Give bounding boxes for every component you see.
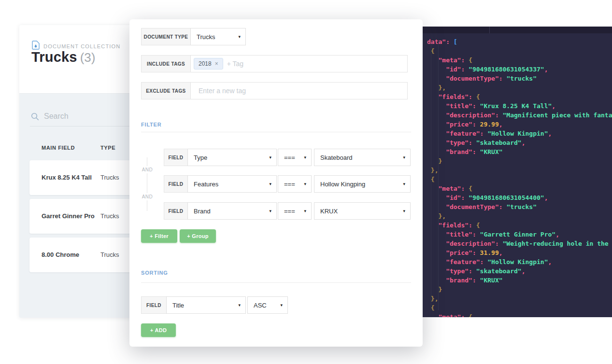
filter-value-select[interactable]: KRUX ▾: [314, 202, 411, 220]
sorting-section-title: SORTING: [141, 270, 168, 276]
code-line: "brand": "KRUX": [427, 276, 612, 285]
code-line: }: [427, 156, 612, 166]
code-line: "documentType": "trucks": [427, 74, 612, 83]
filter-row: FIELD Brand ▾ === ▾ KRUX ▾: [164, 202, 411, 220]
column-header-type: TYPE: [100, 145, 115, 151]
filter-value: KRUX: [320, 208, 338, 215]
filter-operator-select[interactable]: === ▾: [278, 175, 312, 193]
page-title: Trucks: [31, 49, 77, 65]
chevron-down-icon: ▾: [304, 209, 306, 213]
filter-field-value: Brand: [194, 208, 211, 215]
filter-row: FIELD Type ▾ === ▾ Skateboard ▾: [164, 149, 411, 166]
row-main-field: 8.00 Chrome: [42, 251, 79, 258]
add-group-button[interactable]: + Group: [180, 229, 216, 243]
filter-row: FIELD Features ▾ === ▾ Hollow Kingping ▾: [164, 175, 411, 193]
exclude-tags-label: EXCLUDE TAGS: [141, 82, 191, 99]
row-type: Trucks: [100, 251, 119, 258]
code-line: "price": 31.99,: [427, 248, 612, 257]
code-line: {: [427, 175, 612, 184]
search-icon: [31, 112, 39, 121]
sorting-section-divider: [141, 282, 411, 283]
document-type-select[interactable]: Trucks ▾: [190, 28, 246, 45]
filter-section-divider: [141, 132, 411, 132]
code-line: },: [427, 166, 612, 175]
code-line: "description": "Weight-reducing hole in …: [427, 239, 612, 248]
chevron-down-icon: ▾: [280, 303, 283, 308]
topbar-divider: [489, 27, 490, 33]
filter-field-select[interactable]: Type ▾: [187, 149, 277, 166]
document-count: (3): [80, 50, 96, 65]
code-line: "fields": {: [427, 92, 612, 101]
code-line: "feature": "Hollow Kingpin",: [427, 257, 612, 266]
code-line: "brand": "KRUX": [427, 147, 612, 156]
code-line: "id": "904981680631054337",: [427, 65, 612, 74]
code-line: "documentType": "trucks": [427, 202, 612, 211]
page: DOCUMENT COLLECTION Trucks(3) MAIN FIELD…: [0, 0, 612, 364]
filter-field-select[interactable]: Features ▾: [187, 175, 277, 193]
connector-and-label: AND: [140, 166, 155, 173]
code-line: "description": "Magnificent piece with f…: [427, 111, 612, 120]
include-tags-label: INCLUDE TAGS: [141, 55, 191, 72]
query-editor-modal: DOCUMENT TYPE Trucks ▾ INCLUDE TAGS 2018…: [129, 19, 423, 347]
code-line: "fields": {: [427, 221, 612, 230]
code-line: "meta": {: [427, 184, 612, 193]
row-type: Trucks: [100, 174, 119, 181]
chevron-down-icon: ▾: [269, 182, 271, 186]
include-tags-input-box[interactable]: 2018 ×: [190, 55, 408, 72]
add-sort-button[interactable]: + ADD: [141, 323, 176, 337]
chevron-down-icon: ▾: [403, 209, 405, 213]
code-line: {: [427, 46, 612, 56]
document-type-label: DOCUMENT TYPE: [141, 28, 191, 45]
sort-field-value: Title: [172, 302, 184, 309]
code-line: {: [427, 303, 612, 312]
filter-operator-select[interactable]: === ▾: [278, 149, 312, 166]
document-type-control: DOCUMENT TYPE Trucks ▾: [141, 28, 246, 45]
filter-value: Skateboard: [320, 154, 353, 161]
filter-operator-value: ===: [284, 208, 295, 215]
column-header-main-field: MAIN FIELD: [42, 145, 75, 151]
code-line: },: [427, 211, 612, 221]
document-type-value: Trucks: [197, 33, 215, 41]
field-label: FIELD: [164, 175, 188, 193]
exclude-tags-input-box[interactable]: [190, 82, 408, 99]
chevron-down-icon: ▾: [403, 155, 405, 160]
remove-tag-icon[interactable]: ×: [215, 60, 218, 67]
code-line: "meta": {: [427, 312, 612, 317]
collection-type-label: DOCUMENT COLLECTION: [43, 43, 121, 49]
sort-direction-select[interactable]: ASC ▾: [247, 296, 288, 314]
filter-section-title: FILTER: [141, 122, 161, 127]
filter-value-select[interactable]: Skateboard ▾: [314, 149, 411, 166]
filter-value-select[interactable]: Hollow Kingping ▾: [314, 175, 411, 193]
json-preview-panel: data": [ { "meta": { "id": "904981680631…: [423, 27, 612, 317]
filter-field-select[interactable]: Brand ▾: [187, 202, 277, 220]
code-line: "title": "Garrett Ginner Pro",: [427, 230, 612, 239]
row-main-field: Krux 8.25 K4 Tall: [42, 174, 92, 181]
chevron-down-icon: ▾: [269, 155, 271, 160]
field-label: FIELD: [164, 149, 188, 166]
filter-field-value: Type: [194, 154, 207, 161]
field-label: FIELD: [164, 202, 188, 220]
chevron-down-icon: ▾: [238, 303, 241, 308]
code-line: "type": "skateboard",: [427, 138, 612, 147]
code-panel-topbar: [423, 27, 612, 33]
add-tag-input[interactable]: [223, 60, 404, 68]
chevron-down-icon: ▾: [238, 34, 241, 39]
exclude-tag-input[interactable]: [195, 87, 403, 95]
add-filter-button[interactable]: + Filter: [141, 229, 177, 243]
filter-operator-select[interactable]: === ▾: [278, 202, 312, 220]
tag-chip-text: 2018: [199, 60, 212, 67]
sort-field-select[interactable]: Title ▾: [166, 296, 246, 314]
code-line: "meta": {: [427, 56, 612, 65]
sort-row: FIELD Title ▾ ASC ▾: [141, 296, 288, 314]
exclude-tags-control: EXCLUDE TAGS: [141, 82, 408, 99]
connector-and-label: AND: [140, 193, 155, 200]
code-line: "id": "904981680631054400",: [427, 193, 612, 202]
filter-group-connector-line: [147, 157, 147, 211]
code-line: "title": "Krux 8.25 K4 Tall",: [427, 101, 612, 111]
chevron-down-icon: ▾: [403, 182, 405, 186]
code-line: }: [427, 285, 612, 294]
filter-operator-value: ===: [284, 154, 295, 161]
code-line: "feature": "Hollow Kingpin",: [427, 129, 612, 138]
filter-value: Hollow Kingping: [320, 181, 365, 188]
chevron-down-icon: ▾: [304, 182, 306, 186]
